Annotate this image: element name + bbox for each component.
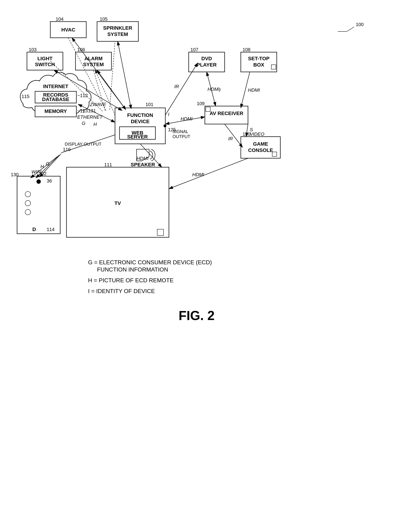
hvac-label: HVAC bbox=[61, 27, 75, 33]
game-console-label2: CONSOLE bbox=[248, 147, 273, 153]
light-switch-label2: SWITCH bbox=[35, 62, 55, 67]
svg-point-3 bbox=[163, 124, 166, 127]
h-label-ethernet: H bbox=[93, 122, 97, 127]
signal-output-label1: SIGNAL bbox=[172, 129, 188, 134]
sprinkler-label1: SPRINKLER bbox=[103, 25, 132, 31]
display-camera bbox=[36, 179, 41, 184]
svideo-label2: VIDEO bbox=[250, 131, 264, 137]
ref-114: 114 bbox=[47, 227, 54, 232]
av-receiver-label1: AV RECEIVER bbox=[210, 111, 243, 116]
display-output-label: DISPLAY OUTPUT bbox=[65, 142, 102, 147]
hdmi-func-tv-label: HDMI bbox=[137, 156, 148, 161]
function-device-label2: DEVICE bbox=[131, 119, 149, 124]
game-console-label1: GAME bbox=[253, 141, 268, 147]
memory-label: MEMORY bbox=[44, 108, 67, 114]
ref-130: 130 bbox=[11, 172, 19, 177]
h-label-display: H bbox=[40, 164, 44, 169]
svg-line-0 bbox=[347, 27, 354, 31]
settop-label1: SET-TOP bbox=[248, 56, 269, 61]
tv-label: TV bbox=[114, 200, 121, 206]
arrow-sprinkler bbox=[118, 41, 131, 109]
ref-116: 116 bbox=[63, 147, 71, 152]
legend-g-line1: G = ELECTRONIC CONSUMER DEVICE (ECD) bbox=[88, 259, 212, 266]
wifi-label: WIFI bbox=[31, 169, 41, 174]
fig-label: FIG. 2 bbox=[179, 308, 215, 323]
g-label-ethernet: G bbox=[82, 121, 85, 126]
zwave-to-sprinkler bbox=[110, 41, 115, 110]
records-db-label2: DATABASE bbox=[42, 97, 69, 102]
function-device-label1: FUNCTION bbox=[127, 112, 153, 118]
zwave-label: ZWAVE bbox=[90, 102, 106, 107]
ref-36: 36 bbox=[47, 178, 52, 184]
ref-111: 111 bbox=[104, 162, 112, 167]
ref-109: 109 bbox=[197, 101, 205, 106]
display-d-label: D bbox=[32, 227, 36, 232]
i-label-ethernet: I bbox=[83, 109, 84, 114]
ref-105: 105 bbox=[100, 16, 108, 22]
ir-label-game: IR bbox=[228, 136, 233, 141]
alarm-label1: ALARM bbox=[84, 56, 103, 61]
ref-101: 101 bbox=[146, 102, 153, 107]
ir-av-game bbox=[225, 124, 243, 147]
hdmi-game-tv-label: HDMI bbox=[192, 172, 204, 177]
ethernet-label: ETHERNET bbox=[77, 114, 103, 120]
i-label-av: I bbox=[219, 87, 221, 93]
ir-to-dvd bbox=[165, 63, 198, 115]
hdmi-dvd-av-label: HDMI bbox=[207, 86, 219, 92]
ref-113: ~113 bbox=[77, 108, 88, 114]
hdmi-settop-av-label: HDMI bbox=[248, 87, 260, 93]
hdmi-game-tv bbox=[169, 158, 248, 189]
ref-108: 108 bbox=[243, 47, 250, 52]
hdmi-func-av-label: HDMI bbox=[181, 116, 192, 122]
ir-label-dvd: IR bbox=[174, 84, 179, 89]
display-device-outer bbox=[17, 176, 60, 234]
legend-h: H = PICTURE OF ECD REMOTE bbox=[88, 277, 174, 283]
legend-g-line2: FUNCTION INFORMATION bbox=[97, 266, 168, 273]
ref-115: 115 bbox=[22, 94, 29, 99]
dvd-label2: PLAYER bbox=[196, 62, 216, 68]
web-server-label2: SERVER bbox=[127, 134, 148, 139]
sprinkler-label2: SYSTEM bbox=[107, 31, 128, 37]
ref-131: 131 bbox=[88, 108, 96, 114]
dvd-label1: DVD bbox=[201, 56, 212, 61]
legend-i: I = IDENTITY OF DEVICE bbox=[88, 288, 155, 294]
ref-107: 107 bbox=[191, 47, 198, 52]
ref-103: 103 bbox=[29, 47, 36, 52]
diagram-container: 100 HVAC 104 SPRINKLER SYSTEM 105 LIGHT … bbox=[0, 0, 393, 532]
speaker-label: SPEAKER bbox=[131, 162, 155, 167]
ref-104: 104 bbox=[56, 16, 64, 22]
i-label-func: I bbox=[168, 112, 169, 117]
ref-100: 100 bbox=[356, 22, 364, 27]
g-label-display: G bbox=[46, 161, 49, 166]
ref-106: 106 bbox=[77, 47, 85, 52]
internet-label: INTERNET bbox=[43, 84, 68, 89]
signal-output-label2: OUTPUT bbox=[172, 134, 190, 139]
light-switch-label1: LIGHT bbox=[37, 56, 53, 61]
ref-112: ~112 bbox=[77, 93, 88, 98]
settop-label2: BOX bbox=[253, 62, 264, 68]
